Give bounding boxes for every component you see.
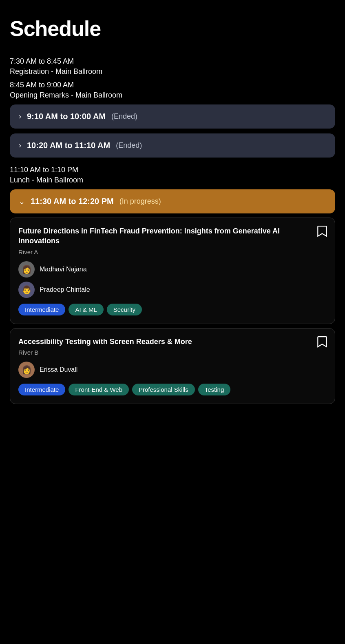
in-progress-status: (In progress) — [119, 197, 161, 206]
speaker-row-pradeep: 👨 Pradeep Chintale — [18, 282, 327, 298]
event-lunch-time: 11:10 AM to 1:10 PM — [10, 166, 335, 174]
collapsed-block-9am-time: 9:10 AM to 10:00 AM — [27, 112, 106, 121]
speaker-row-madhavi: 👩 Madhavi Najana — [18, 261, 327, 278]
avatar-erissa: 👩 — [18, 362, 35, 378]
tag-intermediate-fintech[interactable]: Intermediate — [18, 304, 65, 315]
session-room-accessibility: River B — [18, 349, 327, 356]
bookmark-icon-fintech[interactable] — [317, 225, 327, 238]
tag-security-fintech[interactable]: Security — [107, 304, 142, 315]
in-progress-time: 11:30 AM to 12:20 PM — [31, 197, 114, 206]
event-registration: 7:30 AM to 8:45 AM Registration - Main B… — [10, 57, 335, 76]
collapsed-block-9am[interactable]: › 9:10 AM to 10:00 AM (Ended) — [10, 104, 335, 129]
event-registration-name: Registration - Main Ballroom — [10, 67, 335, 76]
collapsed-block-9am-status: (Ended) — [111, 112, 137, 121]
speaker-name-erissa: Erissa Duvall — [40, 366, 77, 373]
chevron-right-icon: › — [19, 112, 21, 121]
session-card-accessibility[interactable]: Accessibility Testing with Screen Reader… — [10, 328, 335, 404]
avatar-madhavi: 👩 — [18, 261, 35, 278]
bookmark-icon-accessibility[interactable] — [317, 336, 327, 348]
collapsed-block-10am-status: (Ended) — [116, 141, 142, 150]
speaker-name-pradeep: Pradeep Chintale — [40, 286, 90, 293]
collapsed-block-10am-time: 10:20 AM to 11:10 AM — [27, 141, 110, 150]
session-room-fintech: River A — [18, 249, 327, 255]
tag-testing-accessibility[interactable]: Testing — [198, 384, 231, 395]
event-lunch: 11:10 AM to 1:10 PM Lunch - Main Ballroo… — [10, 166, 335, 184]
tag-aiml-fintech[interactable]: AI & ML — [69, 304, 103, 315]
tag-frontend-accessibility[interactable]: Front-End & Web — [69, 384, 129, 395]
tags-row-accessibility: Intermediate Front-End & Web Professiona… — [18, 384, 327, 395]
event-lunch-name: Lunch - Main Ballroom — [10, 176, 335, 184]
avatar-pradeep: 👨 — [18, 282, 35, 298]
tag-intermediate-accessibility[interactable]: Intermediate — [18, 384, 65, 395]
session-card-fintech[interactable]: Future Directions in FinTech Fraud Preve… — [10, 218, 335, 324]
chevron-down-icon: ⌄ — [19, 197, 25, 206]
session-title-fintech: Future Directions in FinTech Fraud Preve… — [18, 226, 327, 246]
event-registration-time: 7:30 AM to 8:45 AM — [10, 57, 335, 66]
session-title-accessibility: Accessibility Testing with Screen Reader… — [18, 337, 327, 346]
tag-professional-accessibility[interactable]: Professional Skills — [132, 384, 195, 395]
speaker-row-erissa: 👩 Erissa Duvall — [18, 362, 327, 378]
chevron-right-icon-2: › — [19, 141, 21, 150]
event-opening-remarks: 8:45 AM to 9:00 AM Opening Remarks - Mai… — [10, 81, 335, 100]
event-opening-remarks-time: 8:45 AM to 9:00 AM — [10, 81, 335, 89]
page-title: Schedule — [10, 16, 335, 41]
collapsed-block-10am[interactable]: › 10:20 AM to 11:10 AM (Ended) — [10, 133, 335, 158]
in-progress-block[interactable]: ⌄ 11:30 AM to 12:20 PM (In progress) — [10, 189, 335, 213]
tags-row-fintech: Intermediate AI & ML Security — [18, 304, 327, 315]
event-opening-remarks-name: Opening Remarks - Main Ballroom — [10, 91, 335, 100]
speaker-name-madhavi: Madhavi Najana — [40, 266, 87, 273]
